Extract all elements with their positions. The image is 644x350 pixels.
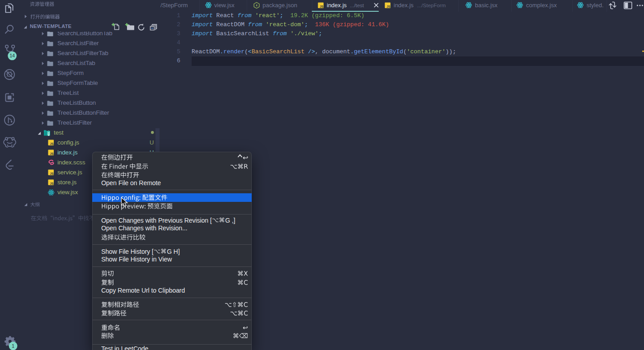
svg-text:1: 1 [12,343,14,349]
svg-text:14: 14 [9,53,15,58]
svg-text:JS: JS [386,5,390,8]
svg-text:JS: JS [50,152,54,155]
svg-text:J: J [256,4,257,6]
svg-text:JS: JS [50,142,54,145]
svg-text:JS: JS [320,5,324,8]
svg-text:JS: JS [50,172,54,175]
svg-text:JS: JS [50,182,54,185]
